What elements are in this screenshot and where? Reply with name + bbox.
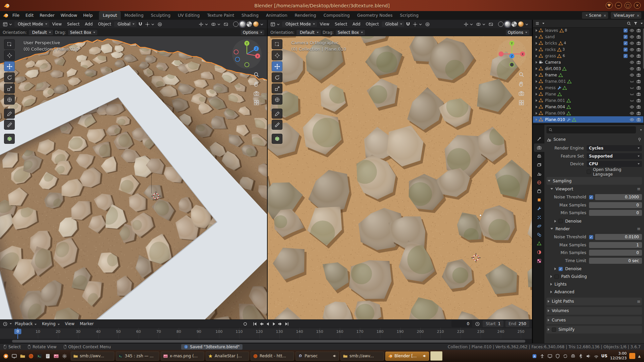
workspace-tab-rendering[interactable]: Rendering: [291, 11, 320, 20]
taskbar-window-firefox[interactable]: Reddit - htt...: [251, 352, 294, 361]
tool-select-box-button[interactable]: [272, 39, 282, 49]
properties-search-input[interactable]: [546, 126, 636, 133]
disclosure-icon[interactable]: [536, 93, 537, 96]
outliner-item-plane[interactable]: Plane: [533, 91, 643, 97]
taskbar-window-folder[interactable]: smb://awv...: [71, 352, 114, 361]
disclosure-icon[interactable]: [536, 80, 537, 83]
properties-tab-collection[interactable]: [534, 187, 544, 195]
shading-rendered-button[interactable]: [518, 21, 524, 27]
tool-transform-button[interactable]: [4, 95, 15, 105]
disable-render-icon[interactable]: [636, 92, 641, 97]
outliner-item-leaves[interactable]: leaves8✓: [533, 27, 643, 34]
viewport-max-samples-field[interactable]: 0: [589, 202, 642, 208]
options-dropdown[interactable]: Options: [241, 30, 264, 35]
tool-rotate-button[interactable]: [4, 72, 15, 82]
snap-toggle[interactable]: [405, 21, 411, 27]
hide-viewport-icon[interactable]: [630, 98, 634, 103]
outliner-item-plane-001[interactable]: Plane.001: [533, 97, 643, 104]
disable-render-icon[interactable]: [636, 73, 641, 77]
tray-expand-icon[interactable]: ▲: [638, 354, 641, 358]
osl-checkbox[interactable]: [587, 170, 591, 174]
tool-add-cube-button[interactable]: [4, 134, 15, 144]
section-sampling[interactable]: Sampling: [546, 177, 642, 185]
properties-tab-physics[interactable]: [534, 222, 544, 230]
disclosure-icon[interactable]: [536, 118, 537, 121]
show-gizmo-dropdown[interactable]: [463, 21, 475, 27]
disable-render-icon[interactable]: [636, 28, 641, 33]
section-render-denoise[interactable]: ✓Denoise: [546, 265, 642, 273]
launcher-settings-icon[interactable]: [61, 352, 68, 360]
launcher-image-viewer-icon[interactable]: [52, 352, 60, 360]
autokey-record-button[interactable]: [243, 321, 248, 326]
xray-toggle[interactable]: [488, 21, 494, 27]
render-denoise-checkbox[interactable]: ✓: [558, 267, 563, 271]
play-button[interactable]: [272, 321, 277, 326]
disclosure-icon[interactable]: [536, 29, 537, 32]
menu-object[interactable]: Object: [363, 22, 381, 26]
path-guiding-checkbox[interactable]: [554, 275, 559, 279]
workspace-tab-scripting[interactable]: Scripting: [396, 11, 422, 20]
timeline-menu-marker[interactable]: Marker: [77, 321, 96, 326]
timeline-editor-icon[interactable]: [2, 321, 8, 327]
disable-render-icon[interactable]: [636, 85, 641, 90]
workspace-tab-uv-editing[interactable]: UV Editing: [174, 11, 203, 20]
disable-render-icon[interactable]: [636, 79, 641, 84]
tray-bluetooth-icon[interactable]: [578, 354, 583, 359]
outliner-item-mess[interactable]: mess: [533, 84, 643, 91]
tool-annotate-button[interactable]: [272, 109, 282, 119]
hide-viewport-icon[interactable]: [630, 92, 634, 97]
hide-viewport-icon[interactable]: [630, 79, 634, 84]
frame-start-field[interactable]: Start1: [483, 320, 503, 327]
device-dropdown[interactable]: CPU: [587, 161, 642, 167]
menu-view[interactable]: View: [50, 22, 64, 26]
tray-printer-icon[interactable]: [571, 354, 576, 359]
workspace-tab-texture-paint[interactable]: Texture Paint: [203, 11, 238, 20]
filter-icon[interactable]: [633, 21, 638, 26]
launcher-files-icon[interactable]: [19, 352, 26, 360]
properties-tab-object-data[interactable]: [534, 239, 544, 248]
outliner-item-camera[interactable]: Camera: [533, 59, 643, 65]
selectable-checkbox[interactable]: ✓: [624, 41, 628, 45]
outliner-item-frame-001[interactable]: frame.001: [533, 78, 643, 84]
disclosure-icon[interactable]: [536, 67, 537, 70]
tool-scale-button[interactable]: [272, 83, 282, 94]
menu-file[interactable]: File: [9, 11, 22, 20]
shading-dropdown[interactable]: [259, 21, 265, 27]
menu-render[interactable]: Render: [37, 11, 58, 20]
scene-selector[interactable]: Scene ×: [582, 12, 608, 19]
tray-network-icon[interactable]: [594, 354, 599, 359]
properties-tab-object[interactable]: [534, 196, 544, 204]
jump-to-end-button[interactable]: [284, 321, 289, 326]
unlink-viewlayer-icon[interactable]: ×: [636, 13, 640, 18]
section-viewport-denoise[interactable]: Denoise: [546, 217, 642, 225]
navigation-gizmo[interactable]: YXZ: [496, 39, 527, 69]
presets-icon[interactable]: ≡: [637, 226, 641, 231]
current-frame-field[interactable]: 0: [451, 320, 472, 327]
render-min-samples-field[interactable]: 0: [589, 250, 642, 256]
disclosure-icon[interactable]: [536, 42, 537, 45]
hide-viewport-icon[interactable]: [630, 35, 634, 39]
tray-security-icon[interactable]: [555, 354, 560, 359]
taskbar-clock[interactable]: 3:00 12/29/23: [610, 351, 627, 361]
properties-tab-modifiers[interactable]: [534, 204, 544, 213]
show-overlays-dropdown[interactable]: [475, 21, 487, 27]
mode-dropdown[interactable]: Object Mode: [14, 21, 49, 27]
disable-render-icon[interactable]: [636, 60, 641, 65]
selectable-checkbox[interactable]: ✓: [624, 35, 628, 39]
snap-toggle[interactable]: [137, 21, 144, 27]
hide-viewport-icon[interactable]: [630, 111, 634, 116]
disable-render-icon[interactable]: [636, 35, 641, 39]
properties-tab-texture[interactable]: [534, 257, 544, 265]
play-reverse-button[interactable]: [265, 321, 270, 326]
outliner-item-frame[interactable]: frame: [533, 72, 643, 78]
navigation-gizmo[interactable]: YZX: [231, 39, 262, 69]
search-icon[interactable]: [627, 21, 631, 26]
tray-display-icon[interactable]: [547, 354, 552, 359]
section-render[interactable]: Render≡: [546, 225, 642, 233]
proportional-editing-toggle[interactable]: [424, 21, 431, 27]
tool-select-box-button[interactable]: [4, 39, 15, 49]
disclosure-icon[interactable]: [536, 74, 537, 76]
properties-tab-world[interactable]: [534, 178, 544, 187]
shading-wireframe-button[interactable]: [233, 21, 238, 27]
outliner-item-plane-010[interactable]: Plane.010: [533, 116, 643, 123]
